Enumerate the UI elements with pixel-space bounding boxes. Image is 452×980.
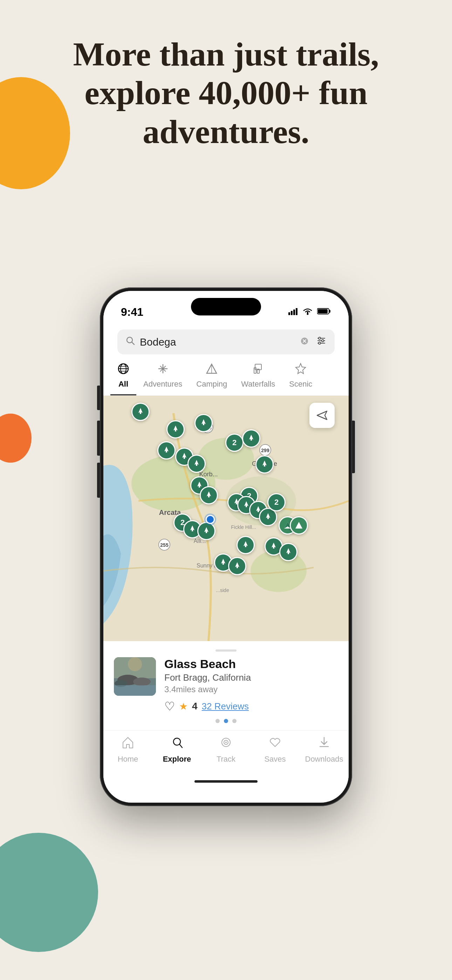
filter-icon[interactable] [317,336,326,348]
scenic-icon [295,363,307,377]
place-card[interactable]: Glass Beach Fort Bragg, California 3.4mi… [103,641,349,730]
svg-rect-6 [329,310,330,313]
dot-2 [224,719,228,723]
battery-icon [317,306,331,318]
reviews-link[interactable]: 32 Reviews [202,701,249,712]
pagination-dots [114,719,338,723]
svg-rect-57 [184,457,185,459]
nav-saves-label: Saves [264,755,286,764]
map-pin[interactable] [157,441,175,460]
svg-rect-53 [175,430,176,431]
svg-rect-61 [208,495,210,497]
svg-rect-7 [318,309,328,313]
bottom-navigation: Home Explore [103,730,349,774]
tab-waterfalls[interactable]: Waterfalls [234,360,282,395]
home-indicator [194,780,258,783]
status-time: 9:41 [121,305,143,318]
svg-rect-60 [199,485,200,488]
map-pin[interactable] [194,414,213,432]
category-tabs: All Adventures [103,354,349,396]
svg-rect-67 [206,531,207,533]
tab-scenic[interactable]: Scenic [282,360,319,395]
svg-rect-64 [258,510,259,512]
svg-rect-58 [196,464,197,466]
map-background: 200 299 255 Korb... Glendale Arcata Alli… [103,396,349,641]
svg-text:299: 299 [261,448,269,453]
svg-point-4 [307,313,309,315]
svg-point-17 [321,340,324,342]
svg-rect-75 [237,566,238,568]
status-icons [288,306,331,318]
map-pin[interactable] [200,486,218,504]
bg-circle-orange-small [0,414,32,463]
map-pin[interactable] [131,403,150,421]
nav-track-label: Track [216,755,236,764]
svg-rect-2 [293,310,295,315]
tab-adventures[interactable]: Adventures [136,360,189,395]
tab-scenic-label: Scenic [289,380,312,389]
nav-saves[interactable]: Saves [250,736,299,764]
svg-rect-66 [192,529,193,531]
nav-home-label: Home [118,755,138,764]
map-pin[interactable] [188,455,206,473]
map-pin[interactable] [255,455,274,474]
user-location [206,515,215,524]
phone-button-mute [97,385,100,410]
place-thumbnail-img [114,657,156,696]
track-icon [220,736,232,752]
home-icon [122,736,134,752]
place-info: Glass Beach Fort Bragg, California 3.4mi… [164,657,338,713]
phone-button-vol-down [97,463,100,498]
map-pin[interactable] [279,543,298,561]
svg-rect-0 [288,312,290,315]
bg-circle-teal [0,833,98,952]
map-pin[interactable] [242,430,260,448]
save-icon[interactable]: ♡ [164,699,175,713]
dot-3 [232,719,237,723]
map-pin[interactable] [237,536,255,554]
svg-rect-82 [114,685,156,696]
svg-marker-76 [317,411,327,420]
nav-home[interactable]: Home [103,736,153,764]
phone-button-power [352,421,355,473]
map-pin-number[interactable]: 2 [225,434,244,452]
phone-frame: 9:41 [100,287,352,806]
nav-track[interactable]: Track [202,736,250,764]
search-input-wrap[interactable]: Bodega [118,329,334,354]
svg-rect-73 [288,552,289,554]
svg-point-88 [225,742,227,743]
home-bar [103,774,349,788]
tab-waterfalls-label: Waterfalls [241,380,275,389]
svg-text:255: 255 [160,542,169,548]
map-pin[interactable] [166,420,185,439]
star-icon: ★ [179,701,188,712]
svg-line-85 [180,744,182,748]
map-pin[interactable] [197,522,215,540]
map-area[interactable]: 200 299 255 Korb... Glendale Arcata Alli… [103,396,349,641]
search-bar-area: Bodega [103,326,349,354]
phone-screen: 9:41 [103,291,349,803]
svg-rect-74 [223,563,224,565]
nav-explore[interactable]: Explore [153,736,202,764]
map-pin[interactable] [228,557,246,575]
signal-icon [288,306,298,318]
svg-text:...side: ...side [216,587,229,593]
nav-downloads[interactable]: Downloads [299,736,349,764]
search-clear-button[interactable] [300,336,309,348]
place-card-inner: Glass Beach Fort Bragg, California 3.4mi… [114,657,338,713]
tab-camping[interactable]: Camping [189,360,234,395]
tab-all-label: All [118,380,128,389]
search-value: Bodega [140,336,295,348]
tab-all[interactable]: All [110,360,136,395]
location-button[interactable] [309,403,334,428]
svg-point-18 [318,342,321,344]
hero-title: More than just trails, explore 40,000+ f… [28,35,424,151]
place-name: Glass Beach [164,657,338,671]
phone-mockup: 9:41 [100,287,352,806]
map-pin-peak[interactable] [290,516,308,535]
explore-icon [170,736,183,752]
svg-rect-1 [291,311,293,315]
svg-rect-56 [166,450,167,452]
svg-point-83 [128,657,142,671]
map-pin-number[interactable]: 2 [267,493,286,511]
